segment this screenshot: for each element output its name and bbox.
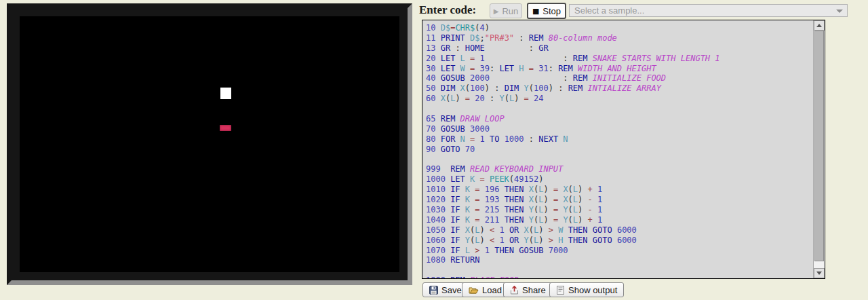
- chevron-down-icon: [836, 10, 843, 13]
- code-lines[interactable]: 10 D$=CHR$(4)11 PRINT D$;"PR#3" : REM 80…: [422, 20, 813, 278]
- share-icon: [510, 286, 519, 295]
- load-button-label: Load: [482, 285, 502, 295]
- run-button[interactable]: ▶ Run: [490, 3, 522, 18]
- scrollbar-thumb[interactable]: [814, 31, 824, 261]
- code-line: 1020 IF K = 193 THEN X(L) = X(L) - 1: [426, 195, 813, 205]
- code-line: [426, 155, 813, 165]
- code-line: 11 PRINT D$;"PR#3" : REM 80-column mode: [426, 33, 813, 43]
- code-line: 80 FOR N = 1 TO 1000 : NEXT N: [426, 134, 813, 145]
- code-line: 60 X(L) = 20 : Y(L) = 24: [426, 94, 813, 104]
- share-button[interactable]: Share: [503, 282, 553, 297]
- code-line: 1070 IF L > 1 THEN GOSUB 7000: [426, 246, 813, 256]
- code-line: 1060 IF Y(L) < 1 OR Y(L) > H THEN GOTO 6…: [426, 236, 813, 246]
- scroll-up-button[interactable]: [814, 20, 825, 31]
- sample-select-value: Select a sample...: [574, 5, 644, 16]
- floppy-icon: [429, 286, 438, 295]
- stop-button[interactable]: ■ Stop: [527, 3, 566, 19]
- code-line: [426, 104, 813, 114]
- triangle-up-icon: [816, 24, 822, 27]
- code-line: 1040 IF K = 211 THEN Y(L) = Y(L) + 1: [426, 215, 813, 225]
- save-button-label: Save: [441, 285, 462, 295]
- code-line: 1010 IF K = 196 THEN X(L) = X(L) + 1: [426, 185, 813, 195]
- output-window-icon: [556, 286, 565, 295]
- code-line: 65 REM DRAW LOOP: [426, 114, 813, 124]
- sample-select[interactable]: Select a sample...: [569, 4, 848, 17]
- code-line: [426, 265, 813, 276]
- code-line: 1080 RETURN: [426, 255, 813, 265]
- code-line: 999 REM READ KEYBOARD INPUT: [426, 164, 813, 174]
- enter-code-label: Enter code:: [419, 3, 476, 17]
- page: { "topbar": { "label": "Enter code:", "r…: [0, 0, 868, 300]
- scroll-down-button[interactable]: [814, 268, 825, 278]
- triangle-down-icon: [816, 271, 822, 275]
- folder-icon: [469, 286, 479, 295]
- code-line: 13 GR : HOME : GR: [426, 43, 813, 54]
- code-line: 40 GOSUB 2000 : REM INITIALIZE FOOD: [426, 73, 813, 83]
- code-line: 20 LET L = 1 : REM SNAKE STARTS WITH LEN…: [426, 54, 813, 64]
- code-line: 1999 REM PLACE FOOD: [426, 276, 813, 278]
- show-output-button-label: Show output: [568, 285, 617, 295]
- code-line: 1050 IF X(L) < 1 OR X(L) > W THEN GOTO 6…: [426, 225, 813, 236]
- emulator-screen[interactable]: [12, 8, 408, 280]
- editor-scrollbar[interactable]: [813, 20, 825, 278]
- code-line: 10 D$=CHR$(4): [426, 23, 813, 33]
- code-line: 50 DIM X(100) : DIM Y(100) : REM INTIALI…: [426, 83, 813, 94]
- code-line: 30 LET W = 39: LET H = 31: REM WIDTH AND…: [426, 64, 813, 74]
- run-button-label: Run: [502, 6, 518, 16]
- show-output-button[interactable]: Show output: [549, 282, 624, 297]
- emulator-monitor: [7, 3, 412, 285]
- stop-icon: ■: [532, 7, 539, 16]
- topbar: Enter code: ▶ Run ■ Stop Select a sample…: [418, 0, 868, 20]
- code-editor[interactable]: 10 D$=CHR$(4)11 PRINT D$;"PR#3" : REM 80…: [422, 20, 825, 279]
- load-button[interactable]: Load: [462, 282, 509, 297]
- play-icon: ▶: [494, 7, 499, 15]
- stop-button-label: Stop: [542, 6, 561, 16]
- share-button-label: Share: [522, 285, 546, 295]
- code-panel: Enter code: ▶ Run ■ Stop Select a sample…: [418, 0, 868, 300]
- snake-block: [220, 88, 231, 99]
- code-line: 1030 IF K = 215 THEN Y(L) = Y(L) - 1: [426, 205, 813, 215]
- food-block: [220, 125, 231, 131]
- code-line: 1000 LET K = PEEK(49152): [426, 174, 813, 185]
- code-line: 90 GOTO 70: [426, 145, 813, 155]
- code-line: 70 GOSUB 3000: [426, 124, 813, 134]
